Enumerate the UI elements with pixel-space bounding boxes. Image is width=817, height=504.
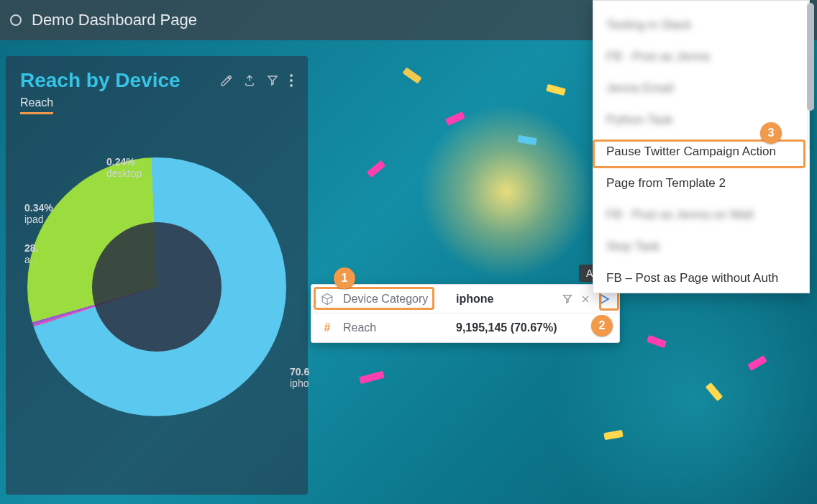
popover-dimension-row: Device Category iphone: [311, 285, 619, 313]
slice-label-desktop: 0.24% desktop: [106, 156, 142, 179]
popover-measure-label: Reach: [343, 321, 447, 334]
filter-icon[interactable]: [266, 74, 279, 87]
circle-icon: [10, 14, 22, 26]
card-subtitle: Reach: [20, 96, 53, 114]
slice-label-android: 28. a...: [24, 242, 38, 265]
card-header: Reach by Device: [20, 69, 293, 92]
svg-point-0: [290, 74, 293, 77]
svg-point-1: [290, 79, 293, 82]
hash-icon: #: [320, 321, 334, 334]
dropdown-item[interactable]: Testing in Slack: [593, 9, 809, 41]
export-icon[interactable]: [243, 74, 256, 87]
step-badge-2: 2: [591, 315, 613, 336]
page-title: Demo Dashboard Page: [32, 11, 197, 29]
card-title: Reach by Device: [20, 69, 181, 92]
popover-measure-row: # Reach 9,195,145 (70.67%): [311, 313, 619, 342]
widget-card: Reach by Device Reach 70.6 ipho 28. a...…: [6, 56, 308, 495]
popover-dimension-value: iphone: [456, 293, 493, 306]
actions-dropdown[interactable]: Testing in SlackFB · Post as JennaJenna …: [593, 0, 810, 293]
popover-action-icon[interactable]: [598, 293, 611, 306]
kebab-menu-icon[interactable]: [289, 73, 293, 88]
svg-point-2: [290, 84, 293, 87]
cube-icon: [320, 293, 334, 306]
dropdown-item[interactable]: FB · Post as Jenna on Wall: [593, 199, 809, 231]
page-scrollbar-thumb[interactable]: [807, 3, 814, 111]
slice-label-ipad: 0.34% ipad: [24, 202, 53, 225]
dropdown-item[interactable]: FB · Post as Jenna: [593, 41, 809, 73]
donut-chart[interactable]: 70.6 ipho 28. a... 0.34% ipad 0.24% desk…: [27, 157, 286, 416]
dropdown-item[interactable]: Page from Template 2: [593, 168, 809, 199]
step-badge-1: 1: [334, 267, 355, 289]
chart-tooltip-popover: Device Category iphone # Reach 9,195,145…: [311, 284, 620, 343]
popover-close-icon[interactable]: [580, 294, 590, 304]
dropdown-item[interactable]: Jenna Email: [593, 73, 809, 104]
dropdown-item[interactable]: FB – Post as Page without Auth: [593, 262, 809, 293]
edit-icon[interactable]: [220, 74, 233, 87]
slice-label-iphone: 70.6 ipho: [290, 366, 309, 389]
card-toolbar: [220, 73, 293, 88]
popover-dimension-label: Device Category: [343, 293, 447, 306]
popover-measure-value: 9,195,145 (70.67%): [456, 321, 557, 334]
dropdown-item[interactable]: Stop Task: [593, 231, 809, 262]
step-badge-3: 3: [760, 122, 782, 144]
popover-filter-icon[interactable]: [562, 293, 573, 305]
